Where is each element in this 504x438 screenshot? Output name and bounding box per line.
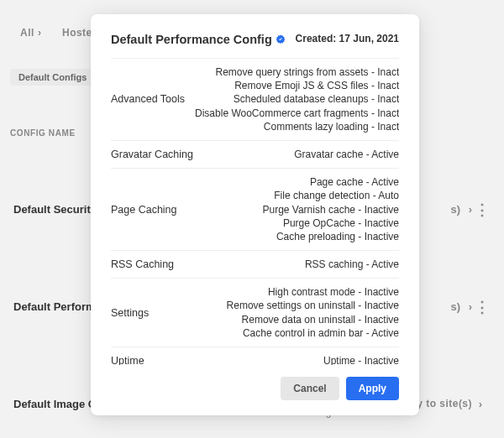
bg-row-security-sites: s) (450, 203, 460, 216)
config-section-values: Page cache - ActiveFile change detection… (262, 175, 399, 243)
config-value-line: RSS caching - Active (305, 258, 399, 271)
config-section: RSS CachingRSS caching - Active (111, 250, 399, 278)
config-section-label: Gravatar Caching (111, 149, 193, 160)
config-value-line: Remove data on uninstall - Inactive (227, 313, 399, 326)
modal-created-label: Created: (296, 33, 337, 44)
config-value-line: Remove settings on uninstall - Inactive (227, 299, 399, 312)
modal-body: Advanced ToolsRemove query strings from … (111, 58, 399, 365)
config-value-line: Purge Varnish cache - Inactive (262, 203, 399, 216)
apply-button[interactable]: Apply (346, 377, 399, 400)
config-value-line: Disable WooCommerce cart fragments - Ina… (195, 107, 399, 120)
modal-title: Default Performance Config (111, 33, 272, 46)
config-section: Page CachingPage cache - ActiveFile chan… (111, 168, 399, 250)
config-section-label: Settings (111, 307, 149, 319)
config-section: Gravatar CachingGravatar cache - Active (111, 140, 399, 168)
cancel-button[interactable]: Cancel (281, 377, 339, 400)
config-value-line: Cache control in admin bar - Active (227, 326, 399, 340)
config-value-line: Scheduled database cleanups - Inactive (195, 92, 399, 106)
config-section-label: Advanced Tools (111, 93, 185, 105)
config-value-line: Gravatar cache - Active (294, 148, 399, 161)
modal-created-value: 17 Jun, 2021 (339, 33, 399, 44)
bg-row-performance-sites: s) (450, 300, 460, 313)
config-value-line: Cache preloading - Inactive (262, 230, 399, 243)
bg-row-security-menu-icon: ⋮ (475, 201, 491, 219)
bg-apply-chevron: › (479, 398, 482, 410)
modal-created: Created: 17 Jun, 2021 (296, 33, 399, 44)
bg-row-security-text: Default Security (13, 203, 97, 216)
config-section-label: RSS Caching (111, 258, 174, 270)
config-value-line: Comments lazy loading - Inactive (195, 120, 399, 133)
config-section-values: Remove query strings from assets - Inact… (195, 65, 399, 133)
config-value-line: File change detection - Auto (262, 189, 399, 202)
bg-tab-all: All (20, 27, 34, 39)
config-section-label: Uptime (111, 355, 144, 365)
bg-row-security-chevron: › (469, 203, 472, 216)
config-value-line: Remove query strings from assets - Inact… (195, 65, 399, 79)
modal-footer: Cancel Apply (111, 365, 399, 400)
config-section-values: RSS caching - Active (305, 258, 399, 271)
config-section: UptimeUptime - Inactive (111, 347, 399, 365)
bg-row-performance-chevron: › (469, 300, 472, 313)
config-value-line: Remove Emoji JS & CSS files - Inactive (195, 79, 399, 92)
config-modal: Default Performance Config Created: 17 J… (91, 14, 419, 415)
config-section: Advanced ToolsRemove query strings from … (111, 58, 399, 140)
config-value-line: Purge OpCache - Inactive (262, 216, 399, 230)
config-value-line: High contrast mode - Inactive (227, 285, 399, 299)
config-section-label: Page Caching (111, 204, 177, 216)
modal-title-wrap: Default Performance Config (111, 33, 286, 46)
config-value-line: Page cache - Active (262, 175, 399, 189)
modal-header: Default Performance Config Created: 17 J… (111, 33, 399, 46)
config-section: SettingsHigh contrast mode - InactiveRem… (111, 278, 399, 347)
bg-chip-default-configs: Default Configs (10, 69, 95, 86)
config-section-values: High contrast mode - InactiveRemove sett… (227, 285, 399, 340)
config-value-line: Uptime - Inactive (323, 354, 399, 365)
bg-tab-all-chevron: › (38, 27, 41, 39)
config-section-values: Uptime - Inactive (323, 354, 399, 365)
bg-row-performance-menu-icon: ⋮ (475, 298, 491, 316)
bg-header-config-name: CONFIG NAME (10, 128, 76, 138)
verified-icon (276, 34, 286, 44)
config-section-values: Gravatar cache - Active (294, 148, 399, 161)
